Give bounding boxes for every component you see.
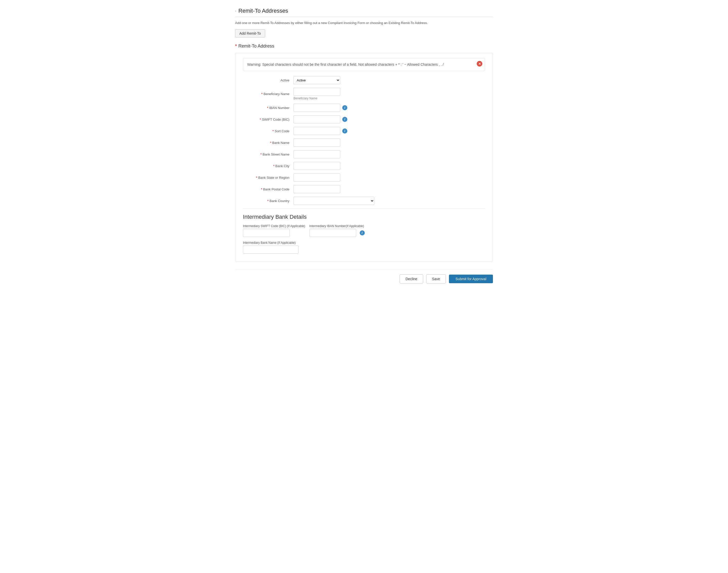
footer-bar: Decline Save Submit for Approval (235, 269, 493, 283)
sort-code-info-icon[interactable]: i (342, 128, 347, 134)
intermediary-swift-field: Intermediary SWIFT Code (BIC) (If Applic… (243, 224, 305, 237)
title-dot: · (235, 8, 236, 14)
intermediary-bank-name-label: Intermediary Bank Name (If Applicable) (243, 241, 485, 245)
sort-code-input[interactable] (293, 127, 340, 135)
active-select[interactable]: Active Inactive (293, 76, 340, 84)
active-row: Active Active Inactive (243, 76, 485, 84)
intermediary-swift-input[interactable] (243, 229, 290, 237)
save-button[interactable]: Save (426, 274, 446, 283)
bank-state-row: * Bank State or Region (243, 173, 485, 181)
required-star: * (235, 44, 237, 49)
intermediary-iban-field: Intermediary IBAN Number(If Applicable) … (310, 224, 365, 237)
iban-number-input[interactable] (293, 104, 340, 112)
intermediary-swift-label: Intermediary SWIFT Code (BIC) (If Applic… (243, 224, 305, 228)
bank-street-name-input[interactable] (293, 150, 340, 158)
sort-code-row: * Sort Code i (243, 127, 485, 135)
bank-city-label: * Bank City (243, 164, 293, 168)
intermediary-iban-input[interactable] (310, 229, 356, 237)
bank-postal-code-input[interactable] (293, 185, 340, 193)
beneficiary-name-label: * Beneficiary Name (243, 92, 293, 96)
swift-code-label: * SWIFT Code (BIC) (243, 117, 293, 121)
bank-street-name-row: * Bank Street Name (243, 150, 485, 158)
section-title: · Remit-To Addresses (235, 8, 493, 14)
beneficiary-name-hint: Beneficiary Name (293, 97, 340, 100)
warning-close-button[interactable]: ✕ (477, 61, 482, 66)
add-remit-to-button[interactable]: Add Remit-To (235, 29, 265, 38)
intermediary-iban-row: i (310, 229, 365, 237)
remit-address-label: * Remit-To Address (235, 44, 493, 49)
section-description: Add one or more Remit-To Addresses by ei… (235, 21, 493, 25)
iban-number-label: * IBAN Number (243, 106, 293, 110)
iban-info-icon[interactable]: i (342, 105, 347, 110)
swift-code-input[interactable] (293, 115, 340, 123)
bank-state-label: * Bank State or Region (243, 176, 293, 179)
iban-number-row: * IBAN Number i (243, 104, 485, 112)
active-label: Active (243, 79, 293, 82)
remit-to-form-card: Warning: Special characters should not b… (235, 53, 493, 261)
intermediary-iban-info-icon[interactable]: i (360, 230, 365, 236)
bank-postal-code-label: * Bank Postal Code (243, 188, 293, 191)
swift-info-icon[interactable]: i (342, 117, 347, 122)
warning-text: Warning: Special characters should not b… (247, 62, 444, 66)
bank-street-name-label: * Bank Street Name (243, 153, 293, 156)
bank-city-input[interactable] (293, 162, 340, 170)
bank-city-row: * Bank City (243, 162, 485, 170)
bank-name-label: * Bank Name (243, 141, 293, 145)
bank-name-row: * Bank Name (243, 139, 485, 147)
intermediary-iban-label: Intermediary IBAN Number(If Applicable) (310, 224, 365, 228)
intermediary-section: Intermediary Bank Details Intermediary S… (243, 208, 485, 254)
beneficiary-name-row: * Beneficiary Name Beneficiary Name (243, 88, 485, 100)
decline-button[interactable]: Decline (400, 274, 423, 283)
intermediary-bank-name-field: Intermediary Bank Name (If Applicable) (243, 241, 485, 254)
beneficiary-name-input[interactable] (293, 88, 340, 96)
section-divider (235, 17, 493, 17)
warning-banner: Warning: Special characters should not b… (243, 58, 485, 71)
swift-code-row: * SWIFT Code (BIC) i (243, 115, 485, 123)
intermediary-bank-name-input[interactable] (243, 246, 298, 254)
sort-code-label: * Sort Code (243, 129, 293, 133)
bank-country-label: * Bank Country (243, 199, 293, 203)
bank-country-select[interactable] (293, 197, 374, 205)
bank-name-input[interactable] (293, 139, 340, 147)
intermediary-title: Intermediary Bank Details (243, 214, 485, 220)
bank-postal-code-row: * Bank Postal Code (243, 185, 485, 193)
bank-country-row: * Bank Country (243, 197, 485, 205)
intermediary-grid: Intermediary SWIFT Code (BIC) (If Applic… (243, 224, 485, 237)
submit-for-approval-button[interactable]: Submit for Approval (449, 275, 493, 283)
bank-state-input[interactable] (293, 173, 340, 181)
